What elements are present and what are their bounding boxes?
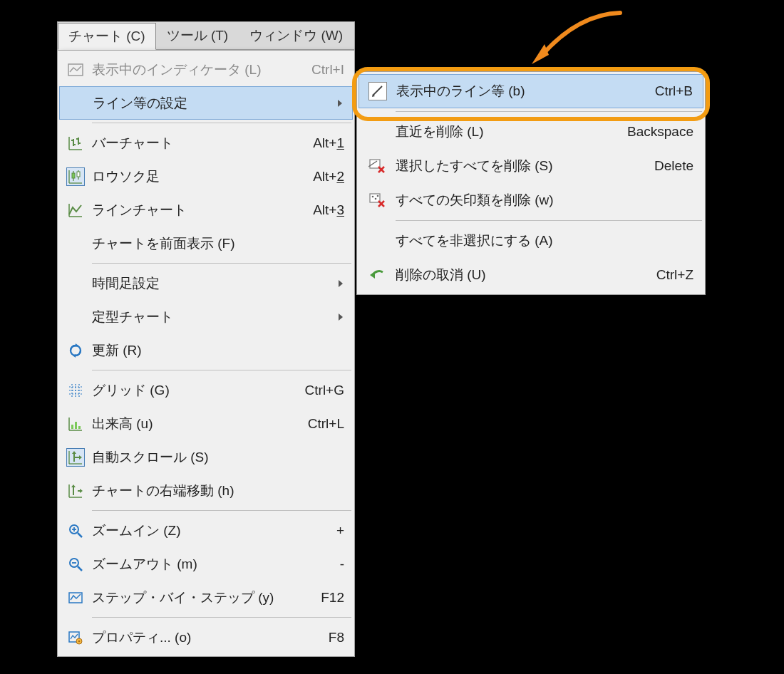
menu-grid-label: グリッド (G) [92,381,298,400]
chart-menu: 表示中のインディケータ (L) Ctrl+I ライン等の設定 バーチャート Al… [57,50,355,657]
menubar: チャート (C) ツール (T) ウィンドウ (W) [57,21,355,50]
menu-refresh[interactable]: 更新 (R) [59,333,353,367]
submenu-undo-delete-label: 削除の取消 (U) [396,266,649,284]
menu-properties-shortcut: F8 [329,630,344,646]
menu-zoom-out[interactable]: ズームアウト (m) - [59,547,353,581]
menu-separator [92,510,351,511]
submenu-delete-selected-label: 選択したすべてを削除 (S) [396,157,647,175]
menu-volume[interactable]: 出来高 (u) Ctrl+L [59,407,353,440]
refresh-icon [66,341,85,360]
menu-step-shortcut: F12 [321,590,344,606]
menu-properties[interactable]: プロパティ... (o) F8 [59,621,353,654]
submenu-separator [396,111,702,112]
menu-indicators-label: 表示中のインディケータ (L) [92,61,304,79]
menu-zoom-in[interactable]: ズームイン (Z) + [59,514,353,547]
submenu-arrow-icon [339,280,343,287]
menu-front[interactable]: チャートを前面表示 (F) [59,227,353,260]
menu-timeframe[interactable]: 時間足設定 [59,266,353,300]
menu-line-chart-shortcut: Alt+3 [313,202,344,218]
menu-step-label: ステップ・バイ・ステップ (y) [92,589,314,607]
submenu-delete-selected-shortcut: Delete [654,158,693,174]
menu-autoscroll[interactable]: 自動スクロール (S) [59,440,353,474]
svg-rect-12 [72,173,75,178]
submenu-delete-last[interactable]: 直近を削除 (L) Backspace [359,115,703,149]
delete-arrows-icon [368,191,386,209]
menu-zoom-out-shortcut: - [340,556,344,572]
svg-point-59 [375,198,377,200]
menu-grid[interactable]: グリッド (G) Ctrl+G [59,373,353,407]
svg-rect-26 [75,422,77,429]
menu-separator [92,370,351,370]
submenu-delete-selected[interactable]: 選択したすべてを削除 (S) Delete [359,149,703,183]
svg-rect-27 [78,426,81,429]
menu-line-settings-label: ライン等の設定 [93,94,332,113]
menu-candle-label: ロウソク足 [92,167,306,186]
volume-icon [66,415,85,433]
menu-template-label: 定型チャート [92,308,333,326]
svg-marker-63 [370,271,375,279]
svg-marker-37 [71,484,76,487]
submenu-delete-last-shortcut: Backspace [627,124,693,140]
submenu-arrow-icon [338,100,342,107]
menu-front-label: チャートを前面表示 (F) [92,234,344,253]
line-settings-submenu: 表示中のライン等 (b) Ctrl+B 直近を削除 (L) Backspace … [356,71,706,295]
menu-volume-shortcut: Ctrl+L [308,416,344,432]
menu-refresh-label: 更新 (R) [92,341,344,360]
bar-chart-icon [66,134,85,152]
svg-marker-31 [72,451,76,454]
svg-marker-64 [532,44,549,64]
menu-volume-label: 出来高 (u) [92,415,301,433]
svg-line-41 [78,533,82,537]
submenu-deselect-all-label: すべてを非選択にする (A) [396,232,693,250]
menu-zoom-in-label: ズームイン (Z) [92,522,329,540]
svg-line-51 [373,86,382,95]
undo-icon [368,266,386,284]
chart-shift-icon [66,482,85,500]
svg-rect-25 [71,425,73,429]
properties-icon [66,628,85,647]
menu-zoom-out-label: ズームアウト (m) [92,555,333,574]
delete-selected-icon [368,157,386,175]
svg-marker-33 [79,455,82,460]
menu-candle-shortcut: Alt+2 [313,169,344,185]
submenu-object-list-shortcut: Ctrl+B [655,83,693,99]
submenu-separator [396,220,702,221]
menu-template[interactable]: 定型チャート [59,300,353,333]
submenu-delete-last-label: 直近を削除 (L) [396,123,620,141]
submenu-object-list-label: 表示中のライン等 (b) [396,82,648,100]
menu-separator [92,123,351,123]
svg-line-45 [78,566,82,571]
menubar-chart[interactable]: チャート (C) [58,23,156,50]
menu-line-chart-label: ラインチャート [92,201,306,219]
submenu-deselect-all[interactable]: すべてを非選択にする (A) [359,224,703,258]
submenu-delete-arrows[interactable]: すべての矢印類を削除 (w) [359,183,703,217]
annotation-arrow-icon [527,7,627,71]
menu-bar-chart-label: バーチャート [92,134,306,152]
indicators-icon [66,61,85,79]
svg-point-60 [377,195,379,197]
submenu-undo-delete[interactable]: 削除の取消 (U) Ctrl+Z [359,258,703,292]
submenu-arrow-icon [339,313,343,321]
menu-bar-chart[interactable]: バーチャート Alt+1 [59,126,353,160]
submenu-object-list[interactable]: 表示中のライン等 (b) Ctrl+B [359,74,703,108]
object-list-icon [368,82,387,100]
menu-grid-shortcut: Ctrl+G [305,383,344,398]
menu-separator [92,263,351,264]
menubar-window[interactable]: ウィンドウ (W) [239,22,354,49]
zoom-in-icon [66,522,85,540]
menu-line-chart[interactable]: ラインチャート Alt+3 [59,193,353,227]
menu-bar-chart-shortcut: Alt+1 [313,135,344,151]
menu-autoscroll-label: 自動スクロール (S) [92,448,344,467]
menu-indicators-shortcut: Ctrl+I [311,62,344,78]
submenu-delete-arrows-label: すべての矢印類を削除 (w) [396,191,693,209]
menubar-tool[interactable]: ツール (T) [156,22,239,49]
menu-shift-label: チャートの右端移動 (h) [92,482,344,500]
grid-icon [66,381,85,400]
menu-line-settings[interactable]: ライン等の設定 [59,86,353,120]
svg-rect-14 [77,172,80,177]
menu-shift[interactable]: チャートの右端移動 (h) [59,474,353,507]
menu-step[interactable]: ステップ・バイ・ステップ (y) F12 [59,581,353,614]
svg-point-58 [372,196,374,198]
menu-separator [92,617,351,618]
menu-candle[interactable]: ロウソク足 Alt+2 [59,160,353,193]
